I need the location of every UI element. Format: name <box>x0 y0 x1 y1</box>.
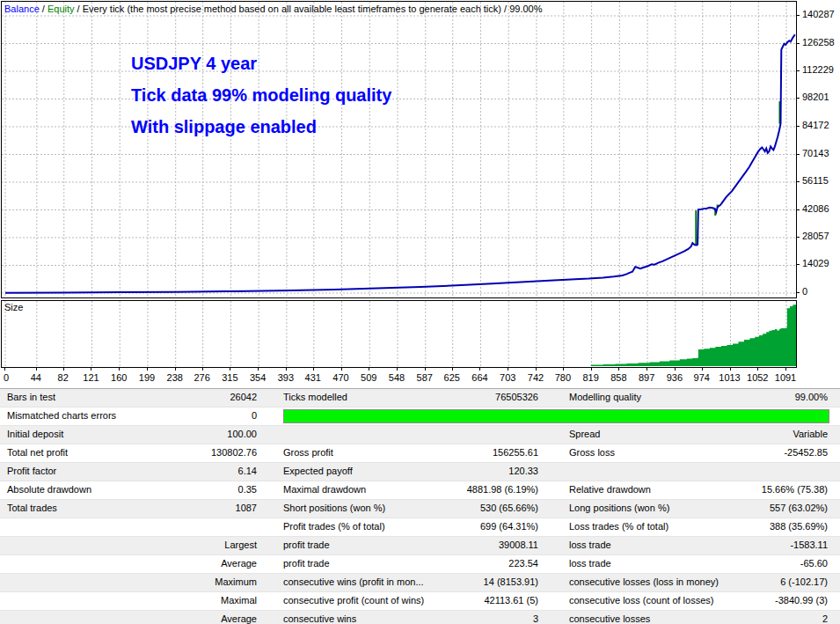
stat-label-1 <box>0 574 132 591</box>
x-axis-label: 587 <box>417 372 433 383</box>
stat-value-3: 388 (35.69%) <box>744 518 840 536</box>
stat-label-2: Profit trades (% of total) <box>260 518 445 536</box>
x-axis-tick <box>563 368 564 371</box>
stat-label-3 <box>542 463 744 481</box>
y-axis-tick <box>796 154 800 155</box>
stat-value-1: 100.00 <box>132 426 260 444</box>
x-axis-tick <box>397 368 398 371</box>
y-axis-label: 126258 <box>802 37 835 48</box>
size-chart-pane[interactable]: Size <box>1 300 797 368</box>
y-axis-tick <box>796 98 800 99</box>
stat-value-1: Average <box>132 555 260 573</box>
stat-value-3: Variable <box>744 426 840 444</box>
x-axis-label: 315 <box>222 372 237 383</box>
y-axis-tick <box>796 237 800 238</box>
balance-line <box>5 34 795 292</box>
modelling-quality-bar <box>283 409 829 423</box>
x-axis-tick <box>147 368 148 371</box>
stat-value-2: 39008.11 <box>445 537 542 554</box>
y-axis-label: 84172 <box>802 120 829 130</box>
stat-value-1: 6.14 <box>132 463 260 481</box>
stat-value-2: 699 (64.31%) <box>445 518 542 536</box>
stat-value-1: Maximal <box>132 592 260 610</box>
x-axis-tick <box>730 368 731 371</box>
x-axis-tick <box>425 368 426 371</box>
size-pane-label: Size <box>4 302 23 312</box>
x-axis-tick <box>591 368 592 371</box>
backtest-report: Balance / Equity / Every tick (the most … <box>0 0 840 624</box>
x-axis-label: 703 <box>500 372 515 383</box>
x-axis-label: 780 <box>555 372 571 383</box>
table-row: Absolute drawdown0.35Maximal drawdown488… <box>0 481 840 500</box>
x-axis-tick <box>479 368 480 371</box>
table-row: Maximalconsecutive profit (count of wins… <box>0 592 840 611</box>
size-chart-svg <box>2 301 796 367</box>
y-axis-label: 28057 <box>802 231 829 241</box>
x-axis-tick <box>757 368 758 371</box>
table-row: Maximumconsecutive wins (profit in mon..… <box>0 574 840 592</box>
x-axis-label: 936 <box>667 372 683 383</box>
x-axis-label: 664 <box>471 372 487 383</box>
x-axis-tick <box>4 368 5 371</box>
y-axis-label: 70143 <box>802 148 829 158</box>
x-axis-label: 742 <box>528 372 544 383</box>
stat-value-1: 26042 <box>132 389 260 407</box>
stat-label-3: consecutive losses (loss in money) <box>542 574 744 591</box>
stat-value-2: 3 <box>445 611 542 624</box>
annotation-line-3: With slippage enabled <box>131 111 391 143</box>
stat-value-3: 557 (63.02%) <box>744 500 840 518</box>
stat-label-2: profit trade <box>260 537 445 554</box>
y-axis-tick <box>796 264 800 265</box>
x-axis-label: 199 <box>139 372 155 383</box>
stat-label-2: consecutive wins (profit in mon... <box>260 574 445 591</box>
size-area <box>591 304 796 366</box>
stat-value-1: 0 <box>132 407 260 425</box>
y-axis-tick <box>796 292 800 293</box>
stat-value-2: 156255.61 <box>445 444 542 462</box>
stat-value-2 <box>445 426 542 444</box>
x-axis-tick <box>702 368 703 371</box>
stat-label-2: consecutive profit (count of wins) <box>260 592 445 610</box>
stat-value-3: -1583.11 <box>744 537 840 554</box>
x-axis-label: 974 <box>694 372 710 383</box>
x-axis-label: 819 <box>582 372 598 383</box>
stat-label-1 <box>0 537 132 554</box>
y-axis-tick <box>796 209 800 210</box>
x-axis-tick <box>452 368 453 371</box>
stat-label-1: Bars in test <box>0 389 132 407</box>
stat-label-1 <box>0 592 132 610</box>
x-axis-tick <box>341 368 342 371</box>
stat-value-1: 130802.76 <box>132 444 260 462</box>
stat-value-3: 15.66% (75.38) <box>744 481 840 499</box>
y-axis-label: 140287 <box>802 9 835 19</box>
stat-label-3: loss trade <box>542 555 744 573</box>
y-axis: 0140292805742086561157014384172982011122… <box>796 0 840 299</box>
stat-value-3 <box>744 463 840 481</box>
y-axis-label: 0 <box>802 286 807 297</box>
model-method-label: Every tick (the most precise method base… <box>83 4 501 14</box>
stat-value-1: Average <box>132 611 260 624</box>
header-separator: / <box>75 4 83 14</box>
y-axis-label: 14029 <box>802 258 829 268</box>
x-axis-label: 1091 <box>775 372 796 383</box>
header-separator: / <box>501 4 509 14</box>
x-axis-tick <box>675 368 676 371</box>
x-axis-label: 121 <box>83 372 99 383</box>
stat-label-2: Gross profit <box>260 444 445 462</box>
x-axis-tick <box>63 368 64 371</box>
balance-chart-pane[interactable]: Balance / Equity / Every tick (the most … <box>1 1 797 298</box>
x-axis-label: 625 <box>444 372 460 383</box>
stat-label-3: consecutive losses <box>542 611 744 624</box>
x-axis-label: 548 <box>389 372 405 383</box>
x-axis-tick <box>91 368 91 371</box>
stat-value-2: 76505326 <box>445 389 542 407</box>
x-axis-tick <box>36 368 37 371</box>
x-axis-label: 82 <box>58 372 69 383</box>
x-axis-tick <box>175 368 176 371</box>
chart-header: Balance / Equity / Every tick (the most … <box>4 4 542 14</box>
x-axis-label: 238 <box>167 372 183 383</box>
stat-label-3: loss trade <box>542 537 744 554</box>
x-axis-label: 393 <box>278 372 294 383</box>
y-axis-tick <box>796 181 800 182</box>
x-axis-label: 470 <box>332 372 348 383</box>
